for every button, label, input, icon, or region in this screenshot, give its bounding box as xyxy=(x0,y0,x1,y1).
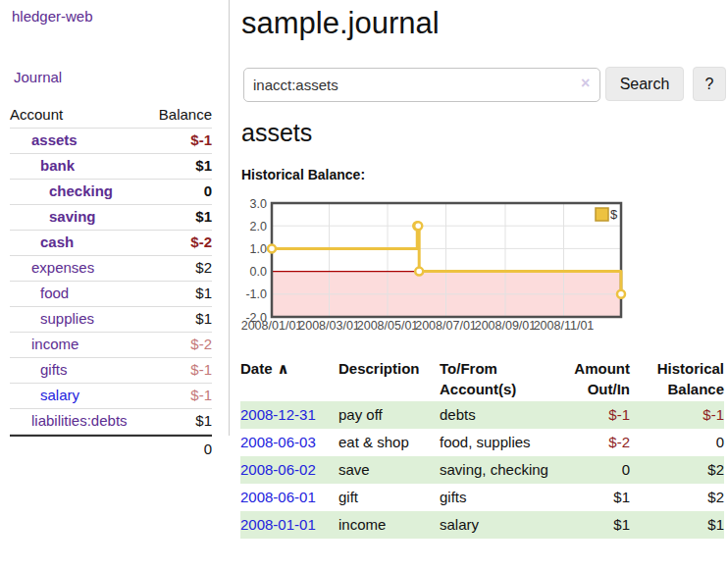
account-row: food$1 xyxy=(10,282,212,307)
table-row: 2008-06-02savesaving, checking0$2 xyxy=(240,456,724,484)
account-row: income$-2 xyxy=(10,333,212,358)
svg-text:$: $ xyxy=(610,207,618,222)
description-cell: income xyxy=(338,511,440,539)
register-header-balance: Historical Balance xyxy=(630,356,724,401)
date-link[interactable]: 2008-12-31 xyxy=(240,406,316,423)
journal-title: sample.journal xyxy=(241,6,440,41)
account-link[interactable]: liabilities:debts xyxy=(10,409,128,434)
app-title-link[interactable]: hledger-web xyxy=(12,8,93,25)
table-row: 2008-06-01giftgifts$1$2 xyxy=(240,484,724,511)
account-balance: $1 xyxy=(195,154,212,179)
balance-chart-svg: $3.02.01.00.0-1.0-2.02008/01/012008/03/0… xyxy=(235,196,728,341)
svg-text:3.0: 3.0 xyxy=(250,197,267,211)
register-table-body: 2008-12-31pay offdebts$-1$-12008-06-03ea… xyxy=(240,401,724,539)
table-row: 2008-12-31pay offdebts$-1$-1 xyxy=(240,401,724,429)
description-cell: gift xyxy=(338,484,440,511)
register-header-description: Description xyxy=(338,356,440,401)
account-balance: $2 xyxy=(195,256,212,281)
balance-cell: $1 xyxy=(630,511,724,539)
search-button[interactable]: Search xyxy=(605,67,684,101)
account-balance: $-1 xyxy=(190,384,212,408)
account-balance: 0 xyxy=(204,180,212,204)
description-cell: pay off xyxy=(338,401,440,429)
account-link[interactable]: assets xyxy=(10,129,78,153)
table-row: 2008-01-01incomesalary$1$1 xyxy=(240,511,724,539)
account-link[interactable]: supplies xyxy=(10,307,94,332)
account-link[interactable]: food xyxy=(10,282,69,306)
svg-text:2.0: 2.0 xyxy=(250,220,267,234)
svg-text:2008/11/01: 2008/11/01 xyxy=(534,319,595,333)
amount-cell: 0 xyxy=(549,456,630,484)
help-button[interactable]: ? xyxy=(693,67,726,101)
account-row: bank$1 xyxy=(10,154,212,180)
account-link[interactable]: gifts xyxy=(10,358,68,383)
accounts-cell: debts xyxy=(440,401,549,429)
table-row: 2008-06-03eat & shopfood, supplies$-20 xyxy=(240,429,724,456)
account-row: saving$1 xyxy=(10,205,212,231)
accounts-table: Account Balance assets$-1bank$1checking0… xyxy=(10,102,212,462)
svg-text:2008/09/01: 2008/09/01 xyxy=(475,319,537,333)
account-balance: $-2 xyxy=(190,231,212,255)
account-row: supplies$1 xyxy=(10,307,212,333)
sidebar-item-journal[interactable]: Journal xyxy=(14,69,62,85)
account-link[interactable]: expenses xyxy=(10,256,94,281)
svg-text:-1.0: -1.0 xyxy=(245,287,267,301)
accounts-cell: saving, checking xyxy=(440,456,549,484)
accounts-cell: food, supplies xyxy=(440,429,549,456)
account-balance: $-1 xyxy=(190,129,212,153)
account-link[interactable]: salary xyxy=(10,384,79,408)
account-link[interactable]: income xyxy=(10,333,78,357)
date-link[interactable]: 2008-06-02 xyxy=(240,461,316,478)
svg-text:2008/03/01: 2008/03/01 xyxy=(298,319,360,333)
accounts-total-row: 0 xyxy=(10,435,212,462)
account-row: cash$-2 xyxy=(10,231,212,256)
date-link[interactable]: 2008-06-03 xyxy=(240,434,316,450)
account-balance: $-1 xyxy=(190,358,212,383)
sort-asc-icon: ∧ xyxy=(278,360,289,377)
account-link[interactable]: checking xyxy=(10,180,113,204)
date-link[interactable]: 2008-01-01 xyxy=(240,516,316,533)
accounts-total-value: 0 xyxy=(204,437,212,462)
balance-cell: $-1 xyxy=(630,401,724,429)
account-balance: $1 xyxy=(195,307,212,332)
balance-column-header: Balance xyxy=(159,102,212,128)
register-header-accounts: To/From Account(s) xyxy=(440,356,549,401)
account-row: liabilities:debts$1 xyxy=(10,409,212,435)
search-input[interactable] xyxy=(243,68,600,102)
account-row: expenses$2 xyxy=(10,256,212,282)
hledger-web-page: hledger-web Journal Account Balance asse… xyxy=(0,0,728,571)
svg-text:0.0: 0.0 xyxy=(250,265,267,279)
svg-text:1.0: 1.0 xyxy=(250,242,267,256)
account-row: assets$-1 xyxy=(10,129,212,154)
accounts-table-body: assets$-1bank$1checking0saving$1cash$-2e… xyxy=(10,129,212,435)
balance-cell: $2 xyxy=(630,456,724,484)
balance-cell: 0 xyxy=(630,429,724,456)
account-balance: $1 xyxy=(195,282,212,306)
account-balance: $-2 xyxy=(190,333,212,357)
account-heading: assets xyxy=(241,119,312,147)
description-cell: eat & shop xyxy=(338,429,440,456)
account-column-header: Account xyxy=(10,102,63,128)
register-header-date[interactable]: Date∧ xyxy=(240,356,338,401)
amount-cell: $-1 xyxy=(549,401,630,429)
sidebar-divider xyxy=(229,0,230,436)
clear-search-icon[interactable]: × xyxy=(581,76,590,91)
account-row: salary$-1 xyxy=(10,384,212,409)
amount-cell: $1 xyxy=(549,511,630,539)
register-table: Date∧ Description To/From Account(s) Amo… xyxy=(240,356,724,539)
amount-cell: $-2 xyxy=(549,429,630,456)
svg-text:2008/07/01: 2008/07/01 xyxy=(415,319,477,333)
account-balance: $1 xyxy=(195,409,212,434)
account-link[interactable]: bank xyxy=(10,154,75,179)
date-link[interactable]: 2008-06-01 xyxy=(240,489,316,505)
account-row: gifts$-1 xyxy=(10,358,212,384)
accounts-cell: gifts xyxy=(440,484,549,511)
accounts-cell: salary xyxy=(440,511,549,539)
register-header-amount: Amount Out/In xyxy=(549,356,630,401)
account-link[interactable]: saving xyxy=(10,205,96,230)
register-header-row: Date∧ Description To/From Account(s) Amo… xyxy=(240,356,724,401)
accounts-table-header: Account Balance xyxy=(10,102,212,129)
account-link[interactable]: cash xyxy=(10,231,74,255)
svg-text:2008/05/01: 2008/05/01 xyxy=(357,319,419,333)
balance-chart: $3.02.01.00.0-1.0-2.02008/01/012008/03/0… xyxy=(235,196,728,341)
